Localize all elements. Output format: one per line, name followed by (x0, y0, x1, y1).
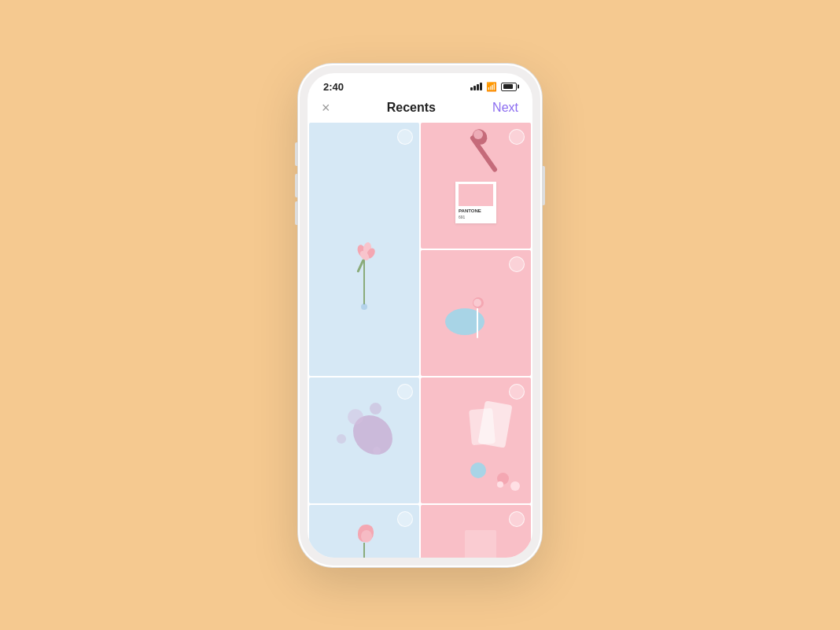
select-circle-5 (509, 384, 525, 400)
photo-item-5[interactable] (421, 378, 531, 503)
photo-grid: PANTONE 691 (308, 121, 532, 558)
select-circle-7 (509, 511, 525, 527)
photo-item-7[interactable] (421, 505, 531, 558)
nav-bar: × Recents Next (308, 98, 532, 121)
status-icons: 📶 (470, 82, 517, 92)
pantone-label-1: PANTONE (459, 208, 493, 215)
pantone-number-1: 691 (459, 215, 493, 219)
photo-item-2[interactable]: PANTONE 691 (421, 123, 531, 249)
wifi-icon: 📶 (486, 82, 497, 92)
page-title: Recents (387, 101, 436, 115)
status-time: 2:40 (323, 81, 344, 93)
photo-item-1[interactable] (309, 123, 419, 376)
battery-icon (501, 83, 517, 91)
signal-icon (470, 83, 482, 90)
photo-item-6[interactable]: PANTONE 16-1811 Candy Pink (309, 505, 419, 558)
phone-mockup: 2:40 📶 × Recents Next (298, 64, 542, 567)
select-circle-3 (509, 256, 525, 272)
phone-screen: 2:40 📶 × Recents Next (308, 73, 532, 558)
close-button[interactable]: × (322, 101, 330, 115)
select-circle-4 (397, 384, 413, 400)
select-circle-1 (397, 129, 413, 145)
select-circle-6 (397, 511, 413, 527)
status-bar: 2:40 📶 (308, 73, 532, 98)
next-button[interactable]: Next (492, 101, 518, 115)
photo-item-3[interactable] (421, 250, 531, 376)
photo-item-4[interactable] (309, 378, 419, 503)
select-circle-2 (509, 129, 525, 145)
